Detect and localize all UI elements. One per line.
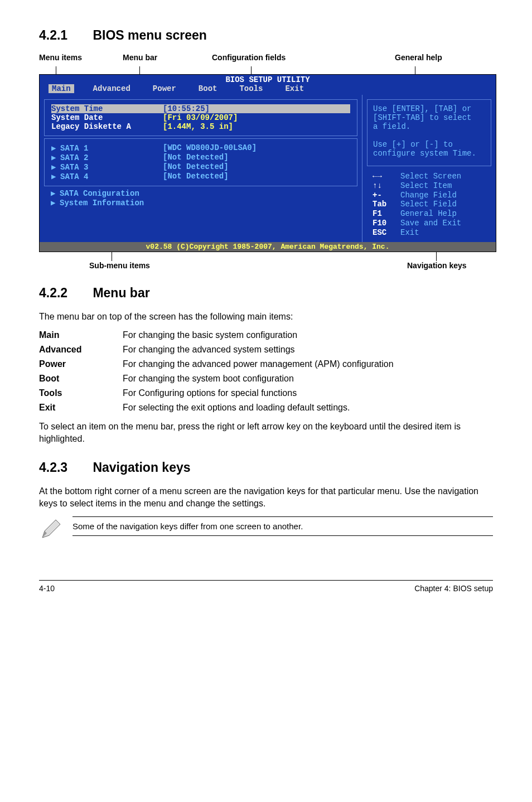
- bios-menu-advanced[interactable]: Advanced: [90, 84, 134, 93]
- def-val: For changing the system boot configurati…: [123, 371, 398, 386]
- heading-title: Menu bar: [93, 286, 149, 300]
- heading-title: Navigation keys: [93, 460, 190, 475]
- heading-title: BIOS menu screen: [93, 28, 207, 42]
- bios-menu-bar[interactable]: Main Advanced Power Boot Tools Exit: [40, 84, 496, 95]
- bios-menu-exit[interactable]: Exit: [282, 84, 307, 93]
- def-key: Advanced: [39, 342, 123, 357]
- row-value: [1.44M, 3.5 in]: [163, 122, 233, 131]
- triangle-icon: ▶: [51, 162, 60, 172]
- nav-key: F10: [373, 219, 395, 228]
- bios-menu-power[interactable]: Power: [149, 84, 180, 93]
- pencil-icon: [39, 516, 64, 541]
- footer-left: 4-10: [39, 584, 55, 593]
- bios-left-panel: System Time [10:55:25] System Date [Fri …: [40, 95, 362, 242]
- bios-row-system-date[interactable]: System Date [Fri 03/09/2007]: [51, 113, 350, 122]
- diagram-ticks-bottom: [39, 252, 493, 261]
- navkeys-text: At the bottom right corner of a menu scr…: [39, 485, 493, 509]
- def-val: For Configuring options for special func…: [123, 386, 398, 400]
- heading-423: 4.2.3 Navigation keys: [39, 460, 493, 475]
- bios-menu-main[interactable]: Main: [49, 84, 74, 93]
- row-label: SATA 2: [60, 153, 88, 162]
- row-label: SATA 1: [60, 144, 88, 153]
- triangle-icon: ▶: [51, 198, 60, 207]
- triangle-icon: ▶: [51, 189, 60, 198]
- row-value: [WDC WD800JD-00LSA0]: [163, 143, 257, 153]
- note-text: Some of the navigation keys differ from …: [72, 516, 493, 536]
- bios-menu-tools[interactable]: Tools: [236, 84, 266, 93]
- footer-right: Chapter 4: BIOS setup: [414, 584, 493, 593]
- nav-desc: Select Screen: [400, 172, 461, 181]
- row-label: Legacy Diskette A: [51, 122, 163, 131]
- diagram-ticks-top: [39, 66, 493, 74]
- bios-title: BIOS SETUP UTILITY: [40, 75, 496, 84]
- bios-help-box: Use [ENTER], [TAB] or [SHIFT-TAB] to sel…: [367, 99, 491, 166]
- bios-row-sata1[interactable]: ▶SATA 1 [WDC WD800JD-00LSA0]: [51, 143, 350, 153]
- label-general-help: General help: [395, 53, 442, 62]
- def-val: For selecting the exit options and loadi…: [123, 400, 398, 415]
- label-nav-keys: Navigation keys: [407, 261, 467, 270]
- def-key: Boot: [39, 371, 123, 386]
- row-label: System Time: [51, 104, 163, 113]
- bios-menu-boot[interactable]: Boot: [195, 84, 221, 93]
- def-val: For changing the basic system configurat…: [123, 328, 398, 342]
- triangle-icon: ▶: [51, 143, 60, 153]
- bios-row-sata-config[interactable]: ▶SATA Coniguration: [51, 189, 351, 198]
- bios-row-sata2[interactable]: ▶SATA 2 [Not Detected]: [51, 153, 350, 162]
- def-val: For changing the advanced power manageme…: [123, 357, 398, 371]
- nav-key: F1: [373, 209, 395, 219]
- bios-nav-keys: ←→Select Screen ↑↓Select Item +-Change F…: [362, 168, 496, 242]
- label-menu-items: Menu items: [39, 53, 82, 62]
- nav-key: +-: [373, 191, 395, 200]
- def-key: Power: [39, 357, 123, 371]
- menubar-intro: The menu bar on top of the screen has th…: [39, 311, 493, 323]
- bios-row-sata4[interactable]: ▶SATA 4 [Not Detected]: [51, 172, 350, 181]
- help-line: Use [+] or [-] to: [373, 140, 485, 149]
- nav-key: ←→: [373, 172, 395, 181]
- heading-422: 4.2.2 Menu bar: [39, 286, 493, 301]
- row-label: SATA Coniguration: [60, 189, 139, 198]
- bios-row-legacy-diskette[interactable]: Legacy Diskette A [1.44M, 3.5 in]: [51, 122, 350, 131]
- bios-row-system-info[interactable]: ▶System Information: [51, 198, 351, 207]
- bios-row-sata3[interactable]: ▶SATA 3 [Not Detected]: [51, 162, 350, 172]
- def-key: Main: [39, 328, 123, 342]
- heading-num: 4.2.3: [39, 460, 89, 475]
- heading-num: 4.2.2: [39, 286, 89, 301]
- menubar-table: MainFor changing the basic system config…: [39, 328, 398, 415]
- help-line: a field.: [373, 122, 485, 131]
- row-value: [Not Detected]: [163, 162, 229, 172]
- triangle-icon: ▶: [51, 172, 60, 181]
- nav-key: Tab: [373, 200, 395, 209]
- heading-421: 4.2.1 BIOS menu screen: [39, 28, 493, 43]
- def-val: For changing the advanced system setting…: [123, 342, 398, 357]
- label-menu-bar: Menu bar: [123, 53, 157, 62]
- help-line: Use [ENTER], [TAB] or: [373, 104, 485, 113]
- nav-desc: Select Item: [400, 181, 452, 191]
- row-label: System Date: [51, 113, 163, 122]
- diagram-labels-bottom: Sub-menu items Navigation keys: [39, 261, 493, 272]
- help-line: configure system Time.: [373, 149, 485, 158]
- bios-copyright: v02.58 (C)Copyright 1985-2007, American …: [40, 242, 496, 252]
- heading-num: 4.2.1: [39, 28, 89, 43]
- row-value: [Not Detected]: [163, 153, 229, 162]
- page-footer: 4-10 Chapter 4: BIOS setup: [39, 580, 493, 593]
- def-key: Tools: [39, 386, 123, 400]
- nav-key: ↑↓: [373, 181, 395, 191]
- label-sub-menu: Sub-menu items: [89, 261, 150, 270]
- row-label: System Information: [60, 199, 144, 207]
- triangle-icon: ▶: [51, 153, 60, 162]
- row-value: [Not Detected]: [163, 172, 229, 181]
- menubar-outro: To select an item on the menu bar, press…: [39, 421, 493, 445]
- bios-row-system-time[interactable]: System Time [10:55:25]: [51, 104, 350, 113]
- label-config-fields: Configuration fields: [212, 53, 286, 62]
- row-label: SATA 3: [60, 163, 88, 172]
- nav-desc: Change Field: [400, 191, 457, 200]
- bios-screen: BIOS SETUP UTILITY Main Advanced Power B…: [39, 74, 496, 252]
- nav-key: ESC: [373, 228, 395, 238]
- nav-desc: Select Field: [400, 200, 457, 209]
- diagram-labels-top: Menu items Menu bar Configuration fields…: [39, 53, 493, 66]
- row-value: [10:55:25]: [163, 104, 210, 113]
- def-key: Exit: [39, 400, 123, 415]
- nav-desc: Exit: [400, 228, 419, 238]
- nav-desc: Save and Exit: [400, 219, 461, 228]
- note-block: Some of the navigation keys differ from …: [39, 516, 493, 541]
